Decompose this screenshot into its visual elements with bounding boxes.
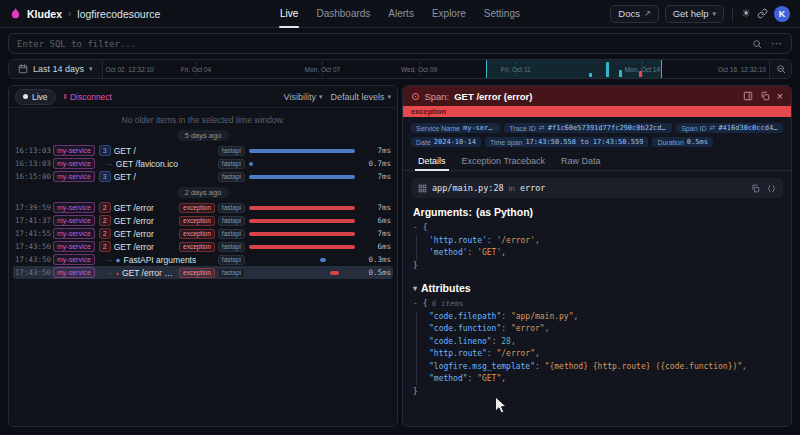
service-badge: my-service: [53, 202, 95, 213]
tab-details[interactable]: Details: [411, 153, 453, 170]
meta-badge-duration[interactable]: Duration0.5ms: [652, 137, 713, 147]
trace-row[interactable]: 17:41:37my-service2GET /errorexceptionfa…: [13, 214, 393, 227]
search-icon[interactable]: [752, 39, 762, 49]
trace-main: →GET /favicon.ico: [99, 159, 214, 169]
attributes-code: - { 6 items"code.filepath": "app/main.py…: [413, 298, 781, 398]
span-count-chip[interactable]: 2: [99, 202, 111, 213]
span-title: GET /error (error): [454, 91, 737, 102]
trace-row[interactable]: 17:39:59my-service2GET /errorexceptionfa…: [13, 201, 393, 214]
meta-label: Duration: [657, 139, 683, 146]
breadcrumb-separator-icon: ›: [68, 8, 71, 19]
disconnect-button[interactable]: ‖ Disconnect: [64, 92, 112, 102]
span-count-chip[interactable]: 3: [99, 171, 111, 182]
sql-filter-input[interactable]: [8, 33, 792, 54]
topbar-divider: [732, 7, 733, 21]
filter-bar: ⋯: [8, 33, 792, 54]
service-badge: my-service: [53, 241, 95, 252]
trace-time: 17:39:59: [15, 203, 49, 212]
logfire-logo-icon[interactable]: [10, 7, 21, 20]
dot-icon: ●: [116, 270, 119, 276]
trace-row[interactable]: 17:43:50my-service→◆FastAPI argumentsfas…: [13, 253, 393, 266]
tab-raw-data[interactable]: Raw Data: [554, 153, 608, 170]
trace-list-panel: Live ‖ Disconnect Visibility ▾ Default l…: [8, 85, 398, 427]
service-badge: my-service: [53, 267, 95, 278]
code-location-connector: in: [509, 184, 515, 193]
meta-label: Service Name: [416, 125, 460, 132]
span-count-chip[interactable]: 2: [99, 241, 111, 252]
duration-bar: [249, 219, 355, 223]
open-in-panel-icon[interactable]: [743, 91, 753, 101]
nav-explore[interactable]: Explore: [423, 0, 475, 28]
nav-live[interactable]: Live: [271, 0, 307, 28]
meta-value: #416d30c0ccd46cd0: [718, 124, 778, 132]
span-count-chip[interactable]: 3: [99, 145, 111, 156]
span-count-chip[interactable]: 2: [99, 228, 111, 239]
trace-row[interactable]: 16:13:03my-service3GET /fastapi7ms: [13, 144, 393, 157]
share-link-icon[interactable]: [757, 8, 768, 19]
meta-badge-service-name[interactable]: Service Namemy-service: [411, 123, 500, 133]
meta-label: Date: [416, 139, 431, 146]
meta-badge-time-span[interactable]: Time span17:43:50.558 to 17:43:50.559: [485, 137, 648, 147]
duration-label: 7ms: [365, 172, 391, 181]
trace-row[interactable]: 17:41:55my-service2GET /errorexceptionfa…: [13, 227, 393, 240]
meta-label: Span ID: [681, 125, 706, 132]
attributes-heading[interactable]: ▾ Attributes: [413, 282, 781, 294]
collapse-toggle[interactable]: -: [413, 299, 423, 308]
meta-badge-span-id[interactable]: Span ID⇄#416d30c0ccd46cd0: [676, 123, 783, 133]
copy-icon[interactable]: [760, 91, 770, 101]
more-options-icon[interactable]: ⋯: [771, 37, 783, 50]
nav-alerts[interactable]: Alerts: [379, 0, 423, 28]
time-range-selector[interactable]: Last 14 days ▾: [9, 60, 103, 78]
trace-time: 17:43:50: [15, 268, 49, 277]
close-icon[interactable]: ×: [777, 91, 783, 102]
live-toggle[interactable]: Live: [15, 89, 56, 105]
get-help-button[interactable]: Get help ▾: [665, 5, 724, 23]
exception-badge: exception: [179, 216, 215, 226]
breadcrumb-project[interactable]: logfirecodesource: [77, 8, 160, 20]
nav-settings[interactable]: Settings: [475, 0, 529, 28]
span-name: GET /error (error): [122, 268, 175, 278]
tab-exception-traceback[interactable]: Exception Traceback: [455, 153, 553, 170]
code-location-row[interactable]: app/main.py:28 in error: [411, 178, 783, 198]
trace-tags: fastapi: [218, 172, 245, 182]
copy-code-icon[interactable]: [767, 184, 776, 193]
docs-button[interactable]: Docs ↗: [610, 5, 658, 23]
timeline-histogram-bar: [639, 71, 642, 77]
breadcrumb-org[interactable]: Kludex: [27, 8, 62, 20]
span-icon: ⊙: [411, 91, 419, 102]
copy-icon[interactable]: [751, 184, 760, 193]
span-count-chip[interactable]: 2: [99, 215, 111, 226]
timeline-tick-label: Wed, Oct 09: [398, 66, 440, 73]
code-token: ,: [501, 374, 506, 383]
theme-toggle-icon[interactable]: ☀: [741, 7, 751, 20]
timeline-tick-label: Oct 16, 12:32:10: [715, 66, 769, 73]
code-location-file: app/main.py:28: [432, 183, 504, 193]
trace-row[interactable]: 17:43:50my-service2GET /errorexceptionfa…: [13, 240, 393, 253]
trace-time: 17:43:50: [15, 242, 49, 251]
duration-bar: [249, 245, 355, 249]
code-token: 28: [501, 337, 511, 346]
disconnect-icon: ‖: [64, 92, 67, 101]
timeline[interactable]: Oct 02, 12:32:10Fri, Oct 04Mon, Oct 07We…: [103, 60, 769, 78]
nav-dashboards[interactable]: Dashboards: [307, 0, 379, 28]
duration-bar: [249, 149, 355, 153]
default-levels-dropdown[interactable]: Default levels ▾: [330, 92, 391, 102]
trace-row[interactable]: 17:43:50my-service→●GET /error (error)ex…: [13, 266, 393, 279]
code-line: - {: [413, 222, 781, 235]
collapse-toggle[interactable]: -: [413, 223, 423, 232]
timeline-tick-label: Oct 02, 12:32:10: [103, 66, 157, 73]
service-badge: my-service: [53, 158, 95, 169]
visibility-dropdown[interactable]: Visibility ▾: [284, 92, 323, 102]
user-avatar[interactable]: K: [774, 6, 790, 22]
code-line: 'http.route': '/error',: [416, 235, 781, 248]
arguments-heading[interactable]: Arguments: (as Python): [413, 206, 781, 218]
zoom-out-button[interactable]: [769, 60, 791, 78]
code-token: "{method} {http.route} ({code.function})…: [545, 362, 742, 371]
meta-badge-date[interactable]: Date2024-10-14: [411, 137, 481, 147]
trace-row[interactable]: 16:15:00my-service3GET /fastapi7ms: [13, 170, 393, 183]
topbar: Kludex › logfirecodesource LiveDashboard…: [0, 0, 800, 28]
service-badge: my-service: [53, 254, 95, 265]
fastapi-badge: fastapi: [218, 268, 245, 278]
meta-badge-trace-id[interactable]: Trace ID⇄#f1c60e57391d77fc290c0b22cd4ef0…: [504, 123, 672, 133]
trace-row[interactable]: 16:13:03my-service→GET /favicon.icofasta…: [13, 157, 393, 170]
